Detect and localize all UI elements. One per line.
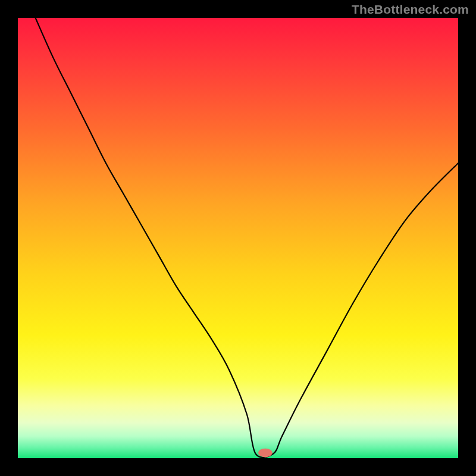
outer-frame: TheBottleneck.com <box>0 0 476 476</box>
watermark-text: TheBottleneck.com <box>352 2 469 17</box>
bottleneck-chart <box>18 18 458 458</box>
chart-background <box>18 18 458 458</box>
optimal-point-marker <box>258 449 273 458</box>
